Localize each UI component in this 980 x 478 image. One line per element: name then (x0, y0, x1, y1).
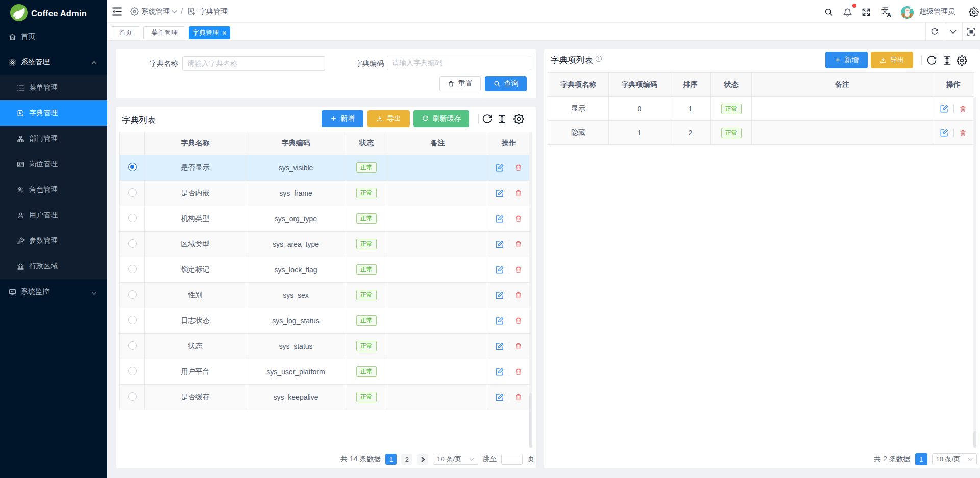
svg-text:A: A (887, 12, 891, 17)
